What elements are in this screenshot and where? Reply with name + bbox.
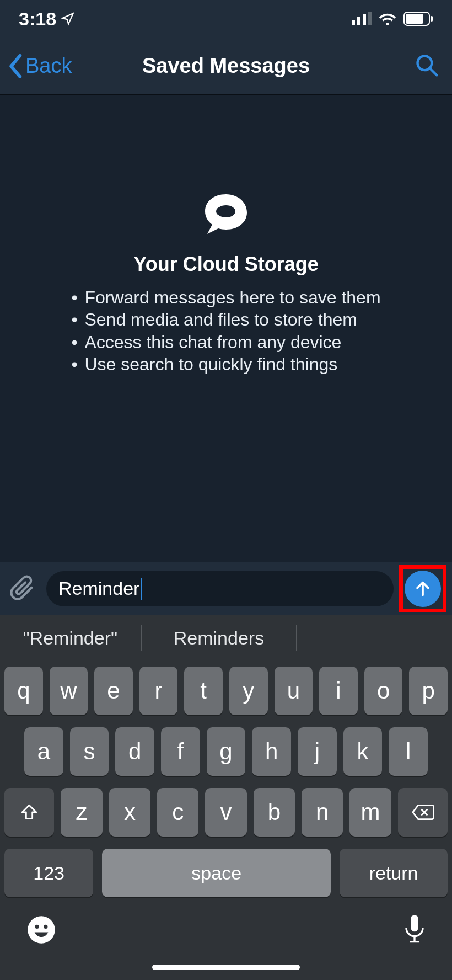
key-return[interactable]: return [340,849,448,897]
svg-rect-0 [352,20,355,25]
text-caret [141,578,142,600]
status-right [352,12,433,26]
key-f[interactable]: f [161,727,200,776]
key-s[interactable]: s [70,727,109,776]
empty-state-title: Your Cloud Storage [133,253,318,276]
location-icon [61,12,75,26]
bullet-text: Forward messages here to save them [84,287,380,308]
key-u[interactable]: u [275,667,313,715]
bullet-text: Access this chat from any device [84,332,341,353]
bullet-text: Send media and files to store them [84,309,357,330]
svg-point-16 [44,925,47,929]
svg-line-8 [430,68,437,75]
suggestion-item[interactable]: "Reminder" [0,627,141,649]
bullet-text: Use search to quickly find things [84,354,337,375]
svg-rect-2 [363,14,366,25]
cellular-icon [352,12,372,25]
battery-icon [403,12,433,26]
svg-rect-6 [431,16,433,22]
svg-rect-5 [406,14,423,24]
key-k[interactable]: k [343,727,383,776]
message-input-bar: Reminder [0,562,452,615]
search-button[interactable] [415,53,439,79]
key-j[interactable]: j [298,727,337,776]
keyboard: q w e r t y u i o p a s d f g h j k l z [0,661,452,909]
key-h[interactable]: h [252,727,291,776]
key-space[interactable]: space [102,849,331,897]
key-x[interactable]: x [109,788,150,837]
send-button[interactable] [405,571,441,607]
key-q[interactable]: q [4,667,43,715]
emoji-button[interactable] [26,915,56,947]
key-c[interactable]: c [157,788,198,837]
svg-rect-17 [411,915,418,931]
key-v[interactable]: v [205,788,246,837]
key-g[interactable]: g [207,727,246,776]
status-left: 3:18 [19,8,75,30]
key-t[interactable]: t [184,667,223,715]
key-o[interactable]: o [364,667,403,715]
key-numbers[interactable]: 123 [4,849,93,897]
suggestion-separator [296,625,297,651]
key-backspace[interactable] [398,788,448,837]
key-a[interactable]: a [24,727,63,776]
empty-state-bullets: •Forward messages here to save them •Sen… [71,287,380,376]
key-p[interactable]: p [409,667,448,715]
home-indicator[interactable] [152,965,300,970]
chat-empty-content: Your Cloud Storage •Forward messages her… [0,95,452,562]
key-n[interactable]: n [302,788,343,837]
attach-button[interactable] [6,571,41,606]
key-r[interactable]: r [139,667,178,715]
keyboard-suggestions: "Reminder" Reminders [0,615,452,661]
key-i[interactable]: i [319,667,358,715]
key-shift[interactable] [4,788,54,837]
status-time: 3:18 [19,8,56,30]
svg-rect-1 [357,17,360,25]
dictation-button[interactable] [403,915,426,947]
key-l[interactable]: l [389,727,428,776]
key-w[interactable]: w [50,667,88,715]
back-button[interactable]: Back [0,54,72,78]
svg-point-10 [216,207,226,216]
back-label: Back [25,54,72,78]
svg-rect-3 [368,12,372,25]
send-button-highlight [399,565,446,612]
key-z[interactable]: z [61,788,102,837]
key-y[interactable]: y [229,667,268,715]
key-b[interactable]: b [254,788,295,837]
key-m[interactable]: m [349,788,391,837]
suggestion-item[interactable]: Reminders [142,627,297,649]
svg-point-14 [28,916,55,944]
key-d[interactable]: d [115,727,154,776]
nav-bar: Back Saved Messages [0,38,452,95]
message-input-value: Reminder [58,578,139,599]
key-e[interactable]: e [94,667,133,715]
wifi-icon [378,12,397,25]
message-input[interactable]: Reminder [46,571,394,606]
svg-point-15 [35,925,39,929]
cloud-bubble-icon [202,194,250,237]
status-bar: 3:18 [0,0,452,38]
